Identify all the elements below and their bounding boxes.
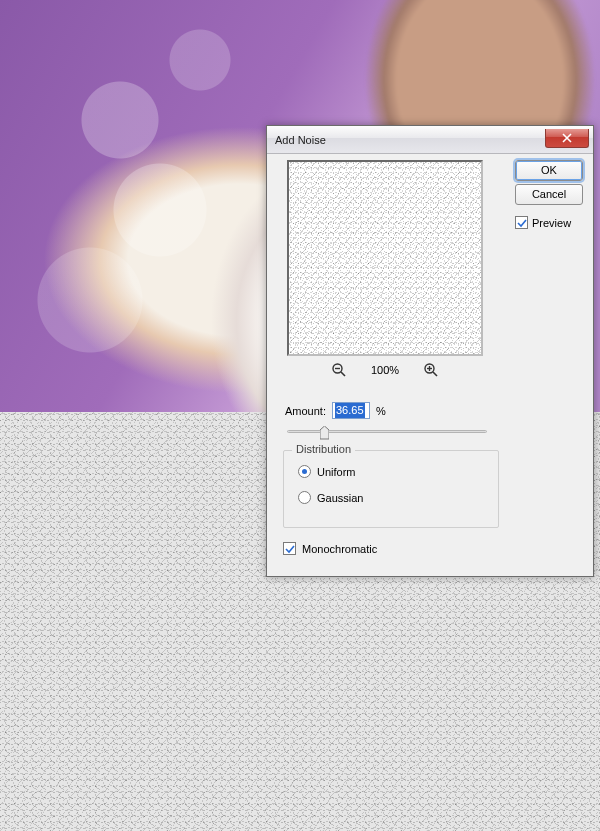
amount-row: Amount: 36.65 % — [285, 402, 386, 419]
cancel-button[interactable]: Cancel — [515, 184, 583, 205]
monochromatic-row: Monochromatic — [283, 542, 377, 555]
zoom-out-icon — [331, 362, 347, 378]
monochromatic-checkbox[interactable] — [283, 542, 296, 555]
svg-line-1 — [341, 372, 345, 376]
amount-input[interactable]: 36.65 — [332, 402, 370, 419]
dialog-title: Add Noise — [275, 134, 326, 146]
noise-preview-thumbnail[interactable] — [287, 160, 483, 356]
cancel-label: Cancel — [532, 188, 566, 200]
amount-label: Amount: — [285, 405, 326, 417]
check-icon — [517, 218, 527, 228]
preview-checkbox-row: Preview — [515, 216, 583, 229]
dialog-titlebar[interactable]: Add Noise — [267, 126, 593, 154]
gaussian-label: Gaussian — [317, 492, 363, 504]
uniform-radio-row: Uniform — [298, 465, 356, 478]
amount-slider[interactable] — [287, 424, 487, 440]
close-icon — [562, 133, 572, 143]
distribution-label: Distribution — [292, 443, 355, 455]
preview-label: Preview — [532, 217, 571, 229]
gaussian-radio[interactable] — [298, 491, 311, 504]
gaussian-radio-row: Gaussian — [298, 491, 363, 504]
zoom-level-label: 100% — [365, 364, 405, 376]
slider-track — [287, 430, 487, 433]
close-button[interactable] — [545, 129, 589, 148]
svg-line-4 — [433, 372, 437, 376]
preview-checkbox[interactable] — [515, 216, 528, 229]
amount-unit: % — [376, 405, 386, 417]
slider-thumb-icon — [320, 426, 329, 440]
slider-thumb[interactable] — [320, 426, 329, 440]
add-noise-dialog: Add Noise OK Cancel Preview — [266, 125, 594, 577]
zoom-controls: 100% — [297, 362, 473, 378]
zoom-out-button[interactable] — [331, 362, 347, 378]
dialog-content: OK Cancel Preview 100% — [267, 154, 593, 576]
ok-label: OK — [541, 164, 557, 176]
distribution-group: Distribution Uniform Gaussian — [283, 450, 499, 528]
monochromatic-label: Monochromatic — [302, 543, 377, 555]
amount-value: 36.65 — [335, 403, 365, 418]
check-icon — [285, 544, 295, 554]
uniform-label: Uniform — [317, 466, 356, 478]
zoom-in-icon — [423, 362, 439, 378]
ok-button[interactable]: OK — [515, 160, 583, 181]
uniform-radio[interactable] — [298, 465, 311, 478]
zoom-in-button[interactable] — [423, 362, 439, 378]
dialog-side-controls: OK Cancel Preview — [515, 160, 583, 229]
